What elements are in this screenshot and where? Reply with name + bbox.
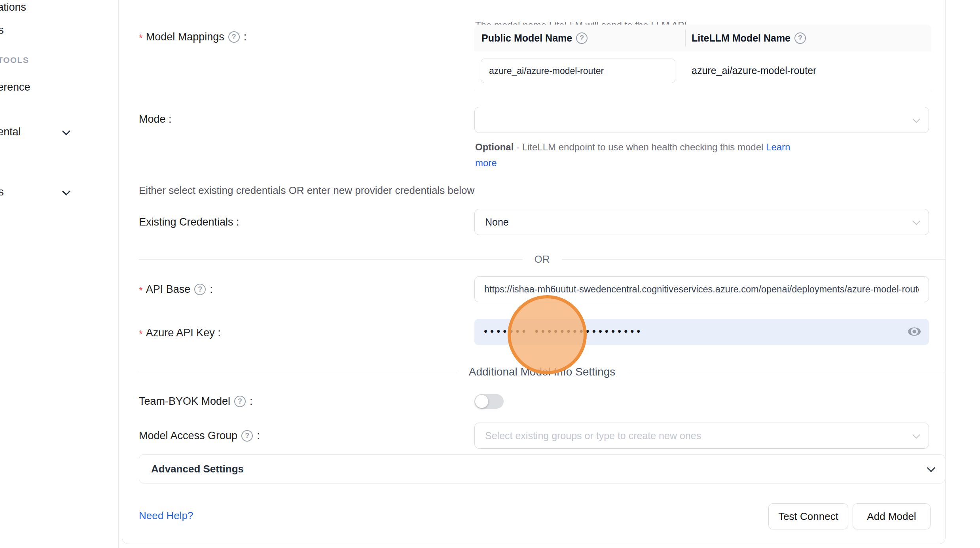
chevron-down-icon xyxy=(912,431,920,439)
help-icon[interactable]: ? xyxy=(794,32,806,44)
test-connect-button[interactable]: Test Connect xyxy=(768,503,848,529)
table-header-row: Public Model Name ? LiteLLM Model Name ? xyxy=(474,25,931,51)
chevron-down-icon xyxy=(927,464,935,472)
required-asterisk: * xyxy=(139,328,143,340)
toggle-knob xyxy=(475,395,488,408)
chevron-down-icon xyxy=(62,187,70,195)
existing-credentials-select[interactable]: None xyxy=(474,209,929,235)
table-row: azure_ai/azure-model-router xyxy=(474,51,931,90)
api-base-input[interactable] xyxy=(474,276,929,302)
required-asterisk: * xyxy=(139,285,143,296)
sidebar-item-3[interactable]: erence xyxy=(0,81,30,93)
mode-help-text: Optional - LiteLLM endpoint to use when … xyxy=(475,139,811,171)
or-divider: OR xyxy=(139,253,945,265)
chevron-down-icon xyxy=(912,115,920,123)
column-header-litellm-model-name: LiteLLM Model Name ? xyxy=(685,32,808,44)
model-mappings-table: Public Model Name ? LiteLLM Model Name ?… xyxy=(474,25,931,90)
required-asterisk: * xyxy=(139,32,143,44)
add-model-form-card: The model name LiteLLM will send to the … xyxy=(122,0,946,544)
additional-settings-divider: Additional Model Info Settings xyxy=(139,366,945,378)
help-icon[interactable]: ? xyxy=(576,32,588,44)
public-model-name-input[interactable] xyxy=(481,59,675,83)
divider-line xyxy=(627,372,945,372)
credentials-note: Either select existing credentials OR en… xyxy=(139,184,474,197)
model-access-group-label: Model Access Group ? : xyxy=(139,430,260,442)
column-header-public-model-name: Public Model Name ? xyxy=(474,32,685,44)
model-access-group-select[interactable]: Select existing groups or type to create… xyxy=(474,423,929,449)
api-base-label: * API Base ? : xyxy=(139,283,213,296)
azure-api-key-label: * Azure API Key : xyxy=(139,327,221,339)
chevron-down-icon xyxy=(912,217,920,225)
masked-password-dots: ••••••• xyxy=(484,325,529,338)
litellm-model-name-value: azure_ai/azure-model-router xyxy=(692,65,816,76)
sidebar-item-4[interactable]: ental xyxy=(0,126,21,138)
divider-line xyxy=(562,259,946,260)
model-mappings-label: * Model Mappings ? : xyxy=(139,31,246,43)
help-icon[interactable]: ? xyxy=(194,284,206,295)
help-icon[interactable]: ? xyxy=(241,430,253,442)
chevron-down-icon xyxy=(62,127,70,135)
sidebar-item-2[interactable]: s xyxy=(0,24,4,36)
mode-label: Mode : xyxy=(139,113,172,125)
need-help-link[interactable]: Need Help? xyxy=(139,510,193,522)
sidebar: ations s TOOLS erence ental s xyxy=(0,0,119,548)
column-divider xyxy=(685,29,686,47)
help-icon[interactable]: ? xyxy=(234,396,246,407)
help-icon[interactable]: ? xyxy=(228,31,240,43)
divider-line xyxy=(139,372,457,372)
eye-icon[interactable] xyxy=(908,326,921,339)
sidebar-item-1[interactable]: ations xyxy=(0,1,26,13)
divider-line xyxy=(139,259,523,260)
sidebar-section-tools: TOOLS xyxy=(0,55,29,65)
advanced-settings-toggle[interactable]: Advanced Settings xyxy=(139,454,945,484)
masked-password-dots: ••••••••••••••••• xyxy=(535,325,643,338)
existing-credentials-label: Existing Credentials : xyxy=(139,216,239,228)
azure-api-key-input[interactable]: ••••••• ••••••••••••••••• xyxy=(474,319,929,345)
add-model-button[interactable]: Add Model xyxy=(853,503,931,529)
sidebar-item-5[interactable]: s xyxy=(0,186,4,198)
mode-select[interactable] xyxy=(474,107,929,133)
team-byok-label: Team-BYOK Model ? : xyxy=(139,395,253,408)
page: ations s TOOLS erence ental s The model … xyxy=(0,0,980,548)
team-byok-toggle[interactable] xyxy=(474,394,504,409)
